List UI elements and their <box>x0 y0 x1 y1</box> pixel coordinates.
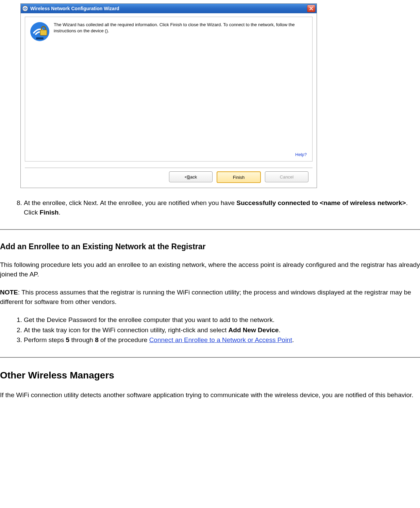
window-title: Wireless Network Configuration Wizard <box>30 6 307 11</box>
substep-2: At the task tray icon for the WiFi conne… <box>24 325 420 335</box>
window-titlebar[interactable]: Wireless Network Configuration Wizard <box>21 4 317 13</box>
paragraph-note: NOTE: This process assumes that the regi… <box>0 288 420 306</box>
close-icon <box>309 7 313 10</box>
wizard-window: Wireless Network Configuration Wizard <box>20 3 317 188</box>
substep-list: Get the Device Password for the enrollee… <box>24 315 420 345</box>
link-connect-enrollee[interactable]: Connect an Enrollee to a Network or Acce… <box>149 336 292 343</box>
app-icon <box>22 5 28 12</box>
step-list-continuation: At the enrollee, click Next. At the enro… <box>24 198 420 217</box>
help-link[interactable]: Help? <box>295 152 307 157</box>
substep-1: Get the Device Password for the enrollee… <box>24 315 420 325</box>
wizard-button-bar: < Back Finish Cancel <box>21 168 317 188</box>
close-button[interactable] <box>307 5 315 12</box>
document-body: At the enrollee, click Next. At the enro… <box>0 188 420 400</box>
paragraph-other-managers: If the WiFi connection utility detects a… <box>0 390 420 400</box>
paragraph-intro: This following procedure lets you add an… <box>0 260 420 279</box>
section-divider <box>0 357 420 358</box>
back-button[interactable]: < Back <box>169 171 213 182</box>
svg-rect-3 <box>40 30 47 35</box>
wizard-content-panel: The Wizard has collected all the require… <box>25 17 313 162</box>
svg-point-1 <box>24 9 26 10</box>
wifi-lock-icon <box>30 22 50 41</box>
finish-button[interactable]: Finish <box>217 171 261 183</box>
heading-other-managers: Other Wireless Managers <box>0 370 420 381</box>
step-8: At the enrollee, click Next. At the enro… <box>24 198 420 217</box>
substep-3: Perform steps 5 through 8 of the procedu… <box>24 335 420 345</box>
wizard-message: The Wizard has collected all the require… <box>54 22 307 34</box>
svg-rect-4 <box>36 37 44 39</box>
svg-point-0 <box>22 6 28 11</box>
heading-add-enrollee: Add an Enrollee to an Existing Network a… <box>0 242 420 251</box>
cancel-button: Cancel <box>265 171 308 182</box>
section-divider <box>0 229 420 230</box>
